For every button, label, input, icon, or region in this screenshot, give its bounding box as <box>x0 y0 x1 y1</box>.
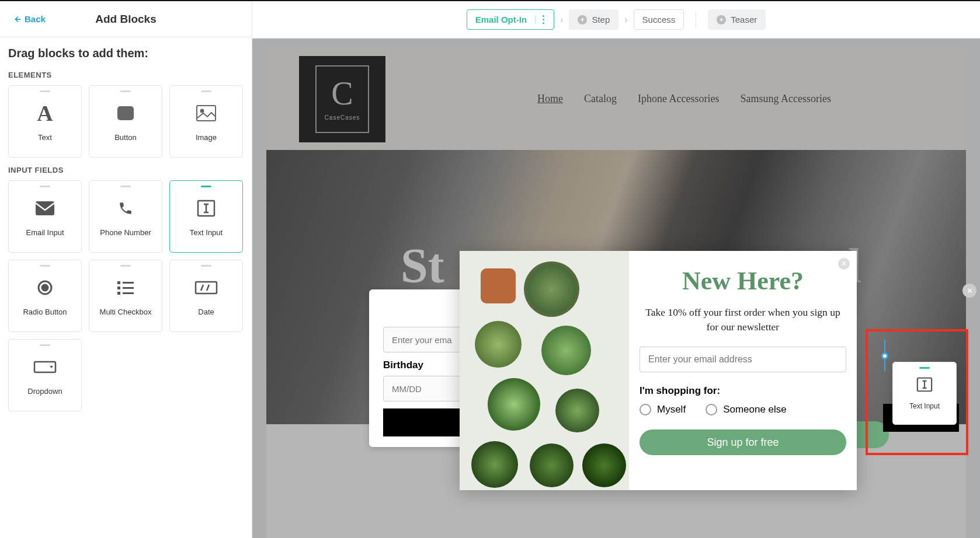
close-icon[interactable]: ✕ <box>962 284 976 298</box>
block-phone-number[interactable]: Phone Number <box>89 180 162 253</box>
radio-label: Myself <box>657 404 686 415</box>
svg-rect-11 <box>117 292 120 295</box>
svg-rect-13 <box>196 282 217 294</box>
svg-rect-2 <box>36 201 54 215</box>
grip-icon <box>120 90 131 92</box>
separator <box>696 12 696 28</box>
svg-rect-10 <box>123 287 134 289</box>
main-area: Email Opt-In › + Step › Success + Teaser <box>252 1 980 538</box>
block-label: Radio Button <box>23 308 67 316</box>
drag-ghost-text-input[interactable]: Text Input <box>892 362 957 425</box>
breadcrumb-step[interactable]: + Step <box>569 9 618 30</box>
block-text-input[interactable]: Text Input <box>169 180 243 253</box>
modal-subtext: Take 10% off your first order when you s… <box>640 305 846 334</box>
dropdown-icon <box>33 355 57 379</box>
signup-button[interactable]: Sign up for free <box>640 429 846 455</box>
breadcrumb-label: Step <box>592 15 610 25</box>
elements-grid: A Text Button Image <box>8 85 244 158</box>
plus-icon: + <box>578 15 587 25</box>
grip-icon <box>201 90 211 92</box>
plus-icon: + <box>717 15 726 25</box>
grip-icon <box>919 367 930 369</box>
modal-content: ✕ New Here? Take 10% off your first orde… <box>629 251 857 490</box>
signup-modal: ✕ New Here? Take 10% off your first orde… <box>460 251 857 490</box>
breadcrumb-email-optin[interactable]: Email Opt-In <box>467 9 554 30</box>
block-radio-button[interactable]: Radio Button <box>8 260 82 332</box>
radio-icon <box>706 404 717 415</box>
radio-myself[interactable]: Myself <box>640 404 686 415</box>
block-label: Multi Checkbox <box>100 308 152 316</box>
grip-icon <box>201 186 211 187</box>
svg-line-15 <box>207 285 209 291</box>
svg-rect-7 <box>117 281 120 284</box>
breadcrumb-success[interactable]: Success <box>634 9 684 30</box>
checklist-icon <box>117 276 134 299</box>
chevron-right-icon: › <box>560 15 563 25</box>
breadcrumb-label: Teaser <box>731 15 757 25</box>
radio-icon <box>640 404 651 415</box>
modal-heading: New Here? <box>640 266 846 296</box>
breadcrumb-label: Email Opt-In <box>475 15 527 25</box>
grip-icon <box>40 265 50 267</box>
ghost-label: Text Input <box>909 402 940 410</box>
svg-rect-9 <box>117 287 120 289</box>
radio-row: Myself Someone else <box>640 404 846 415</box>
section-label-elements: ELEMENTS <box>8 71 244 79</box>
block-dropdown[interactable]: Dropdown <box>8 339 82 411</box>
back-button[interactable]: Back <box>13 14 46 24</box>
block-label: Phone Number <box>100 228 151 237</box>
block-image[interactable]: Image <box>169 85 243 158</box>
block-email-input[interactable]: Email Input <box>8 180 82 253</box>
inputs-grid: Email Input Phone Number Text Input Radi… <box>8 180 244 411</box>
radio-label: Someone else <box>723 404 787 415</box>
modal-close-icon[interactable]: ✕ <box>838 258 850 270</box>
drop-indicator-dot <box>881 352 888 359</box>
block-multi-checkbox[interactable]: Multi Checkbox <box>89 260 162 332</box>
block-label: Date <box>198 308 214 316</box>
email-icon <box>36 197 54 220</box>
breadcrumb-teaser[interactable]: + Teaser <box>708 9 766 30</box>
radio-someone-else[interactable]: Someone else <box>706 404 787 415</box>
text-icon: A <box>37 102 53 125</box>
block-label: Text Input <box>190 228 223 237</box>
grip-icon <box>120 265 131 267</box>
grip-icon <box>40 344 50 346</box>
grip-icon <box>201 265 211 267</box>
grip-icon <box>120 186 131 187</box>
top-bar: Email Opt-In › + Step › Success + Teaser <box>252 1 980 39</box>
block-label: Dropdown <box>27 387 62 396</box>
sidebar: Back Add Blocks Drag blocks to add them:… <box>0 1 252 538</box>
modal-email-input[interactable] <box>640 347 846 372</box>
phone-icon <box>118 197 133 220</box>
svg-rect-12 <box>123 292 134 294</box>
breadcrumb-label: Success <box>642 15 676 25</box>
arrow-left-icon <box>13 15 21 23</box>
shopping-for-label: I'm shopping for: <box>640 385 846 397</box>
svg-point-1 <box>201 109 204 112</box>
chevron-right-icon: › <box>624 15 627 25</box>
grip-icon <box>40 186 50 187</box>
block-button[interactable]: Button <box>89 85 162 158</box>
text-input-icon <box>916 377 933 396</box>
sidebar-title: Add Blocks <box>95 13 157 26</box>
svg-rect-16 <box>34 362 55 372</box>
svg-point-6 <box>42 285 48 291</box>
button-icon <box>117 102 134 125</box>
drag-heading: Drag blocks to add them: <box>8 47 244 60</box>
text-input-icon <box>197 197 216 220</box>
sidebar-header: Back Add Blocks <box>0 1 252 37</box>
section-label-inputs: INPUT FIELDS <box>8 166 244 174</box>
kebab-icon[interactable] <box>535 15 545 24</box>
back-label: Back <box>25 14 46 24</box>
svg-rect-8 <box>123 282 134 284</box>
sidebar-body: Drag blocks to add them: ELEMENTS A Text… <box>0 37 252 429</box>
block-text[interactable]: A Text <box>8 85 82 158</box>
modal-image <box>460 251 629 490</box>
block-date[interactable]: Date <box>169 260 243 332</box>
drop-highlight: Text Input <box>866 329 968 455</box>
svg-line-14 <box>201 285 203 291</box>
date-icon <box>194 276 218 299</box>
block-label: Image <box>196 133 217 142</box>
block-label: Text <box>38 133 52 142</box>
grip-icon <box>40 90 50 92</box>
